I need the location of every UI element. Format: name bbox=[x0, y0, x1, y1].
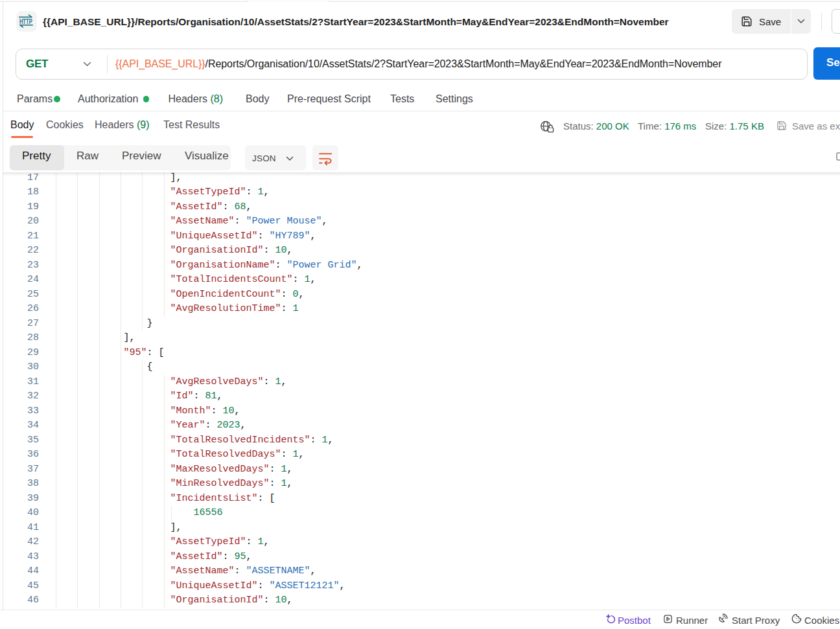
svg-text:HTTP: HTTP bbox=[19, 17, 32, 25]
